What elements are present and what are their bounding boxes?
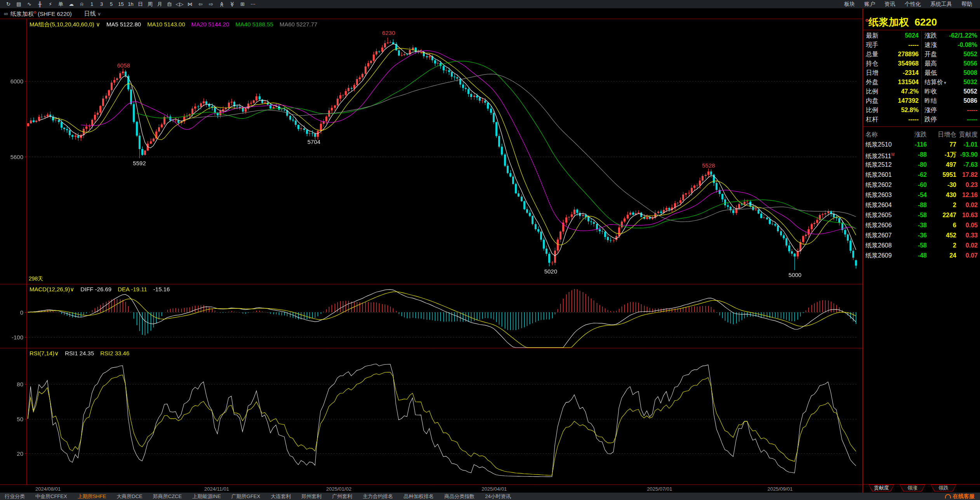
rsi-panel: RSI(7,14)∨ RSI1 24.35RSI2 33.46	[0, 348, 862, 485]
pan-left-icon[interactable]: ⇦	[195, 0, 206, 9]
table-row[interactable]: 纸浆2608-5820.02	[865, 240, 978, 251]
exchange-tab-24小时资讯[interactable]: 24小时资讯	[485, 493, 511, 500]
quote-cell: 持仓354968	[863, 59, 921, 68]
period-button-1[interactable]: 1	[87, 0, 97, 9]
bottom-tabs: 行业分类中金所CFFEX上期所SHFE大商所DCE郑商所CZCE上期能源INE广…	[5, 493, 521, 500]
exchange-tab-上期所SHFE[interactable]: 上期所SHFE	[78, 493, 106, 500]
table-row[interactable]: 纸浆2602-60-300.23	[865, 180, 978, 190]
page-up-icon[interactable]: ≪	[216, 0, 227, 9]
online-service-button[interactable]: 在线客服	[945, 493, 975, 500]
period-button-3[interactable]: 3	[97, 0, 106, 9]
table-row[interactable]: 纸浆2606-3860.05	[865, 220, 978, 230]
chart-tab-title[interactable]: 纸浆加权o (SHFE 6220)	[10, 10, 72, 18]
menu-账户[interactable]: 账户	[864, 1, 875, 8]
visible-days-label: 298天	[29, 275, 43, 282]
period-button-5[interactable]: 5	[106, 0, 116, 9]
exchange-tab-中金所CFFEX[interactable]: 中金所CFFEX	[35, 493, 67, 500]
table-row[interactable]: 纸浆2609-48240.07	[865, 251, 978, 261]
tab-领涨[interactable]: 领涨	[900, 484, 925, 491]
line-chart-icon[interactable]: ∿	[24, 0, 35, 9]
order-ticket-icon[interactable]: 单	[56, 0, 66, 9]
exchange-tab-主力合约排名[interactable]: 主力合约排名	[363, 493, 393, 500]
quote-row: 内盘147392昨结5086	[863, 96, 980, 106]
link-icon[interactable]: ∞	[4, 10, 8, 17]
contribution-header-row: 名称涨跌日增仓贡献度	[865, 130, 978, 140]
period-button-自[interactable]: 自	[165, 0, 174, 9]
menu-板块[interactable]: 板块	[844, 1, 855, 8]
exchange-tab-广州套利[interactable]: 广州套利	[332, 493, 352, 500]
compress-icon[interactable]: ◁▷	[174, 0, 185, 9]
quote-label: 结算价▼	[924, 78, 947, 87]
quote-value: 47.2%	[901, 87, 919, 96]
oi-change-value: 5951	[927, 170, 956, 180]
period-button-15[interactable]: 15	[116, 0, 126, 9]
exchange-tab-大商所DCE[interactable]: 大商所DCE	[116, 493, 142, 500]
tab-贡献度[interactable]: 贡献度	[869, 484, 894, 491]
table-row[interactable]: 纸浆2512-80497-7.63	[865, 160, 978, 170]
period-button-日[interactable]: 日	[136, 0, 145, 9]
panel-tabs: 贡献度领涨领跌	[863, 484, 980, 493]
quote-cell: 总量278896	[863, 50, 921, 59]
table-row[interactable]: 纸浆2604-8820.02	[865, 200, 978, 210]
more-icon[interactable]: ⋯	[248, 0, 258, 9]
menu-系统工具[interactable]: 系统工具	[930, 1, 952, 8]
candlestick-chart-canvas[interactable]	[0, 19, 862, 284]
change-value: -58	[905, 210, 927, 220]
candlestick-icon[interactable]: ╫	[35, 0, 45, 9]
quick-trade-icon[interactable]: ⚡	[45, 0, 56, 9]
oi-change-value: 24	[927, 251, 956, 261]
quote-label: 比例	[866, 87, 878, 96]
cloud-icon[interactable]: ☁	[66, 0, 76, 9]
change-value: -88	[905, 200, 927, 210]
alert-bell-icon[interactable]: ⍾	[76, 0, 87, 9]
period-button-月[interactable]: 月	[155, 0, 165, 9]
oi-change-value: -30	[927, 180, 956, 190]
exchange-tab-郑州套利[interactable]: 郑州套利	[301, 493, 321, 500]
exchange-tab-行业分类[interactable]: 行业分类	[5, 493, 25, 500]
period-button-周[interactable]: 周	[145, 0, 155, 9]
table-row[interactable]: 纸浆2511M-88-1万-93.90	[865, 150, 978, 160]
menu-个性化[interactable]: 个性化	[905, 1, 921, 8]
page-down-icon[interactable]: ≪	[227, 0, 237, 9]
table-row[interactable]: 纸浆2510-11677-1.01	[865, 140, 978, 150]
quote-cell: 昨收5052	[921, 87, 980, 96]
exchange-tab-上期能源INE[interactable]: 上期能源INE	[192, 493, 221, 500]
table-row[interactable]: 纸浆2601-62595117.82	[865, 170, 978, 180]
column-header[interactable]: 涨跌	[905, 130, 927, 140]
change-value: -116	[905, 140, 927, 150]
exchange-tab-郑商所CZCE[interactable]: 郑商所CZCE	[153, 493, 182, 500]
axis-scale-icon[interactable]: ⊞	[237, 0, 248, 9]
macd-chart-canvas[interactable]	[0, 284, 862, 348]
sort-arrow-icon[interactable]: ▼	[943, 81, 947, 85]
rsi-chart-canvas[interactable]	[0, 348, 862, 485]
oi-change-value: 2	[927, 240, 956, 251]
period-selector[interactable]: 日线 ∨	[84, 10, 101, 17]
period-button-1h[interactable]: 1h	[126, 0, 136, 9]
tab-领跌[interactable]: 领跌	[931, 484, 956, 491]
quote-cell: 涨跌-62/1.22%	[921, 31, 980, 40]
column-header[interactable]: 日增仓	[927, 130, 956, 140]
change-value: -62	[905, 170, 927, 180]
quote-value: 52.8%	[901, 106, 919, 115]
exchange-tab-商品分类指数[interactable]: 商品分类指数	[444, 493, 474, 500]
table-row[interactable]: 纸浆2603-5443012.16	[865, 190, 978, 200]
contract-name: 纸浆2605	[865, 210, 905, 220]
expand-icon[interactable]: ⋈	[185, 0, 195, 9]
contribution-value: -7.63	[956, 160, 978, 170]
exchange-tab-广期所GFEX[interactable]: 广期所GFEX	[231, 493, 260, 500]
menu-帮助[interactable]: 帮助	[961, 1, 972, 8]
watchlist-icon[interactable]: ▤	[14, 0, 24, 9]
menu-资讯[interactable]: 资讯	[884, 1, 895, 8]
exchange-tab-品种加权排名[interactable]: 品种加权排名	[403, 493, 434, 500]
quote-cell: 最新5024	[863, 31, 921, 40]
quote-panel: o纸浆加权 6220 最新5024涨跌-62/1.22%现手-----速涨-0.…	[862, 9, 980, 493]
table-row[interactable]: 纸浆2607-364520.33	[865, 230, 978, 240]
column-header[interactable]: 名称	[865, 130, 905, 140]
quote-cell: 速涨-0.08%	[921, 40, 980, 50]
exchange-tab-大连套利[interactable]: 大连套利	[271, 493, 291, 500]
table-row[interactable]: 纸浆2605-58224710.63	[865, 210, 978, 220]
pan-right-icon[interactable]: ⇨	[206, 0, 216, 9]
column-header[interactable]: 贡献度	[956, 130, 978, 140]
contribution-value: 0.02	[956, 200, 978, 210]
refresh-icon[interactable]: ↻	[3, 0, 14, 9]
